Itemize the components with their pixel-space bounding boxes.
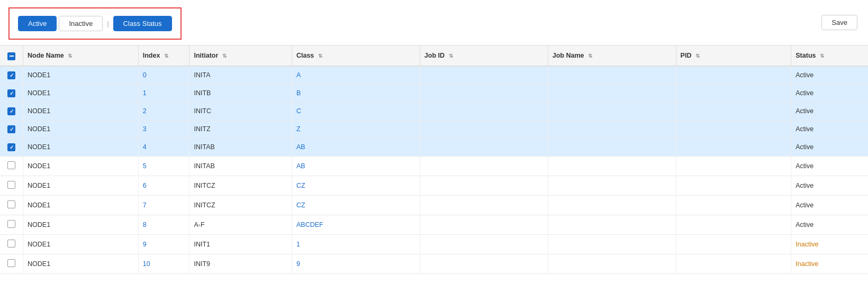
header-job-id[interactable]: Job ID ⇅ <box>420 45 548 66</box>
header-initiator[interactable]: Initiator ⇅ <box>189 45 292 66</box>
row-checkbox-cell[interactable] <box>0 102 23 120</box>
row-pid <box>676 176 791 195</box>
row-index: 0 <box>138 66 189 85</box>
header-checkbox[interactable] <box>7 52 15 60</box>
row-initiator: A-F <box>189 215 292 234</box>
row-index: 3 <box>138 120 189 138</box>
row-checkbox-cell[interactable] <box>0 120 23 138</box>
sort-pid-icon: ⇅ <box>695 53 700 59</box>
row-pid <box>676 234 791 254</box>
header-node-name[interactable]: Node Name ⇅ <box>23 45 139 66</box>
sort-index-icon: ⇅ <box>164 53 168 59</box>
table-row[interactable]: NODE15INITABABActive <box>0 156 868 176</box>
checkbox-checked[interactable] <box>7 107 15 115</box>
row-status: Active <box>791 195 868 215</box>
checkbox-checked[interactable] <box>7 71 15 79</box>
row-class: Z <box>292 120 420 138</box>
table-row[interactable]: NODE14INITABABActive <box>0 138 868 156</box>
row-class: CZ <box>292 195 420 215</box>
row-checkbox-cell[interactable] <box>0 66 23 85</box>
row-job-id <box>420 195 548 215</box>
row-pid <box>676 84 791 102</box>
table-wrapper: Node Name ⇅ Index ⇅ Initiator ⇅ Class ⇅ <box>0 45 868 274</box>
row-index: 2 <box>138 102 189 120</box>
checkbox-checked[interactable] <box>7 143 15 151</box>
table-row[interactable]: NODE10INITAAActive <box>0 66 868 85</box>
save-button[interactable]: Save <box>821 15 857 30</box>
checkbox-empty[interactable] <box>7 161 15 169</box>
row-checkbox-cell[interactable] <box>0 234 23 254</box>
row-status: Inactive <box>791 254 868 273</box>
table-row[interactable]: NODE11INITBBActive <box>0 84 868 102</box>
row-status: Active <box>791 120 868 138</box>
checkbox-empty[interactable] <box>7 181 15 189</box>
row-node-name: NODE1 <box>23 84 139 102</box>
row-job-name <box>548 138 676 156</box>
inactive-button[interactable]: Inactive <box>59 16 103 31</box>
row-job-id <box>420 120 548 138</box>
table-row[interactable]: NODE13INITZZActive <box>0 120 868 138</box>
row-initiator: INITB <box>189 84 292 102</box>
checkbox-checked[interactable] <box>7 89 15 97</box>
header-check[interactable] <box>0 45 23 66</box>
row-initiator: INITCZ <box>189 195 292 215</box>
row-job-name <box>548 102 676 120</box>
row-node-name: NODE1 <box>23 254 139 273</box>
row-job-id <box>420 84 548 102</box>
row-class: 1 <box>292 234 420 254</box>
row-job-name <box>548 195 676 215</box>
class-status-button[interactable]: Class Status <box>113 16 172 31</box>
checkbox-empty[interactable] <box>7 240 15 248</box>
row-checkbox-cell[interactable] <box>0 195 23 215</box>
row-checkbox-cell[interactable] <box>0 176 23 195</box>
row-status: Active <box>791 84 868 102</box>
row-checkbox-cell[interactable] <box>0 254 23 273</box>
row-class: ABCDEF <box>292 215 420 234</box>
row-pid <box>676 195 791 215</box>
sort-jobname-icon: ⇅ <box>588 53 592 59</box>
row-initiator: INITCZ <box>189 176 292 195</box>
checkbox-empty[interactable] <box>7 259 15 267</box>
row-job-name <box>548 176 676 195</box>
table-row[interactable]: NODE17INITCZCZActive <box>0 195 868 215</box>
row-checkbox-cell[interactable] <box>0 138 23 156</box>
active-button[interactable]: Active <box>18 16 57 31</box>
row-status: Inactive <box>791 234 868 254</box>
row-initiator: INITZ <box>189 120 292 138</box>
row-initiator: INIT9 <box>189 254 292 273</box>
row-status: Active <box>791 102 868 120</box>
table-row[interactable]: NODE110INIT99Inactive <box>0 254 868 273</box>
header-pid[interactable]: PID ⇅ <box>676 45 791 66</box>
checkbox-empty[interactable] <box>7 220 15 228</box>
checkbox-empty[interactable] <box>7 200 15 208</box>
row-checkbox-cell[interactable] <box>0 84 23 102</box>
row-pid <box>676 254 791 273</box>
header-index[interactable]: Index ⇅ <box>138 45 189 66</box>
row-job-id <box>420 215 548 234</box>
row-status: Active <box>791 66 868 85</box>
checkbox-checked[interactable] <box>7 125 15 133</box>
row-status: Active <box>791 176 868 195</box>
row-class: C <box>292 102 420 120</box>
header-class[interactable]: Class ⇅ <box>292 45 420 66</box>
row-checkbox-cell[interactable] <box>0 215 23 234</box>
table-row[interactable]: NODE16INITCZCZActive <box>0 176 868 195</box>
row-initiator: INIT1 <box>189 234 292 254</box>
table-row[interactable]: NODE18A-FABCDEFActive <box>0 215 868 234</box>
row-status: Active <box>791 138 868 156</box>
row-pid <box>676 102 791 120</box>
save-button-container: Save <box>821 15 857 30</box>
table-row[interactable]: NODE19INIT11Inactive <box>0 234 868 254</box>
row-job-id <box>420 156 548 176</box>
row-job-name <box>548 84 676 102</box>
row-class: AB <box>292 156 420 176</box>
row-checkbox-cell[interactable] <box>0 156 23 176</box>
row-job-name <box>548 66 676 85</box>
header-job-name[interactable]: Job Name ⇅ <box>548 45 676 66</box>
row-class: CZ <box>292 176 420 195</box>
row-class: 9 <box>292 254 420 273</box>
row-job-name <box>548 120 676 138</box>
row-status: Active <box>791 215 868 234</box>
header-status[interactable]: Status ⇅ <box>791 45 868 66</box>
table-row[interactable]: NODE12INITCCActive <box>0 102 868 120</box>
